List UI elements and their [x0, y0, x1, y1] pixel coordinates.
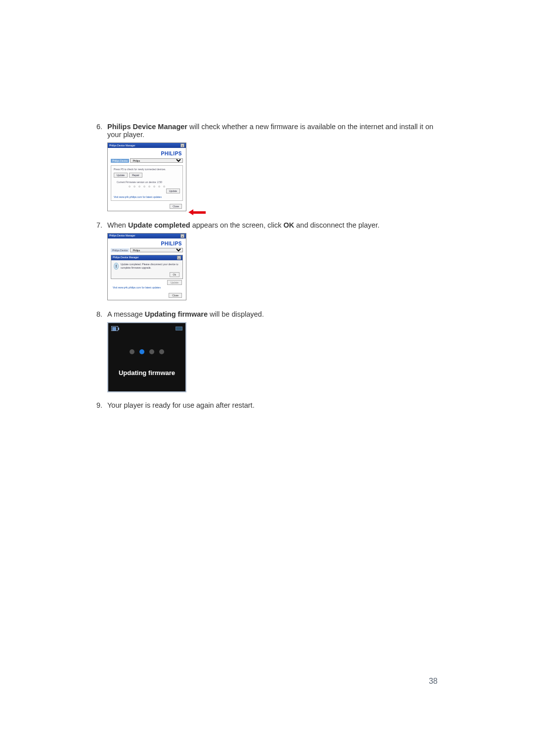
device-row: Philips Device Philips: [108, 158, 186, 164]
updates-link[interactable]: Visit www.p4c.philips.com for latest upd…: [108, 284, 186, 293]
device-label: Philips Device: [111, 248, 129, 252]
updating-firmware-label: Updating firmware: [108, 369, 185, 391]
step-9-number: 9.: [96, 401, 107, 409]
update-button[interactable]: Update: [166, 189, 180, 193]
red-arrow-icon: [188, 210, 206, 215]
s7-prefix: When: [107, 221, 128, 229]
step-8: 8. A message Updating firmware will be d…: [96, 310, 438, 318]
device-manager-dialog-1: Philips Device Manager × PHILIPS Philips…: [107, 142, 186, 211]
update-button-disabled: Update: [167, 280, 182, 285]
philips-logo: PHILIPS: [161, 151, 182, 156]
f5-hint: Press F5 to check for newly connected de…: [114, 168, 180, 171]
player-progress-dots: [108, 334, 185, 369]
update-tab[interactable]: Update: [114, 173, 128, 178]
player-statusbar: [108, 323, 185, 334]
figure-1: Philips Device Manager × PHILIPS Philips…: [107, 142, 438, 211]
info-icon: !: [114, 263, 119, 270]
close-button[interactable]: Close: [169, 293, 182, 298]
step-6-text: Philips Device Manager will check whethe…: [107, 123, 438, 139]
small-battery-icon: [176, 327, 182, 331]
step-7-number: 7.: [96, 221, 107, 229]
figure-2: Philips Device Manager × PHILIPS Philips…: [107, 233, 438, 300]
dialog1-logo-row: PHILIPS: [108, 148, 186, 158]
s8-bold: Updating firmware: [145, 310, 208, 318]
device-label: Philips Device: [111, 159, 129, 163]
step-8-text: A message Updating firmware will be disp…: [107, 310, 438, 318]
updates-link[interactable]: Visit www.p4c.philips.com for latest upd…: [114, 195, 180, 198]
page-number: 38: [429, 677, 438, 686]
dialog1-title: Philips Device Manager: [109, 144, 135, 147]
s7-bold1: Update completed: [128, 221, 190, 229]
popup-titlebar: Philips Device Manager ×: [111, 255, 182, 260]
figure-3: Updating firmware: [107, 322, 438, 392]
step-9: 9. Your player is ready for use again af…: [96, 401, 438, 409]
close-icon[interactable]: ×: [180, 234, 184, 238]
update-completed-popup: Philips Device Manager × ! Update comple…: [111, 255, 183, 279]
dialog2-logo-row: PHILIPS: [108, 238, 186, 248]
close-icon[interactable]: ×: [180, 143, 184, 147]
battery-icon: [111, 326, 118, 331]
popup-title: Philips Device Manager: [113, 256, 139, 260]
progress-dots: [114, 186, 180, 188]
s8-prefix: A message: [107, 310, 145, 318]
close-button[interactable]: Close: [170, 204, 182, 209]
step-6-number: 6.: [96, 123, 107, 139]
s7-bold2: OK: [283, 221, 294, 229]
player-screen: Updating firmware: [107, 322, 186, 392]
dialog2-title: Philips Device Manager: [109, 234, 135, 238]
dialog1-panel: Press F5 to check for newly connected de…: [111, 165, 183, 201]
step-7-text: When Update completed appears on the scr…: [107, 221, 438, 229]
device-select[interactable]: Philips: [130, 158, 183, 163]
step-6-bold: Philips Device Manager: [107, 123, 187, 131]
s8-suffix: will be displayed.: [208, 310, 264, 318]
step-7: 7. When Update completed appears on the …: [96, 221, 438, 229]
s7-mid: appears on the screen, click: [190, 221, 284, 229]
device-manager-dialog-2: Philips Device Manager × PHILIPS Philips…: [107, 233, 186, 300]
firmware-version: Current Firmware version on device: 2.50: [117, 181, 180, 184]
philips-logo: PHILIPS: [161, 241, 182, 246]
close-icon[interactable]: ×: [177, 256, 181, 260]
popup-message: Update completed. Please disconnect your…: [121, 263, 180, 269]
dialog2-titlebar: Philips Device Manager ×: [108, 234, 186, 238]
s7-suffix: and disconnect the player.: [294, 221, 380, 229]
ok-button[interactable]: Ok: [170, 272, 179, 277]
device-row: Philips Device Philips: [108, 248, 186, 254]
step-9-text: Your player is ready for use again after…: [107, 401, 438, 409]
tab-row: Update Repair: [114, 173, 180, 178]
step-6: 6. Philips Device Manager will check whe…: [96, 123, 438, 139]
device-select[interactable]: Philips: [130, 248, 183, 252]
dialog1-titlebar: Philips Device Manager ×: [108, 143, 186, 148]
step-8-number: 8.: [96, 310, 107, 318]
repair-tab[interactable]: Repair: [129, 173, 142, 178]
